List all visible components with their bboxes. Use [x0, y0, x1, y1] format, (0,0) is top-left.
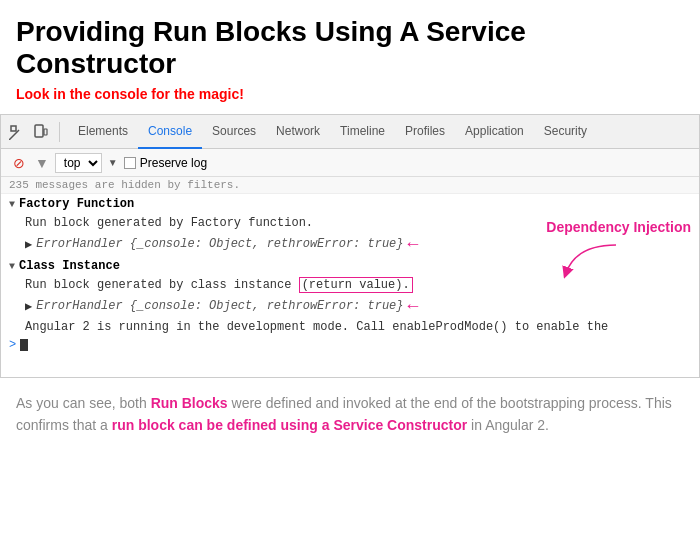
error-handler-text-class: ErrorHandler {_console: Object, rethrowE… — [36, 299, 403, 313]
angular-line: Angular 2 is running in the development … — [1, 318, 699, 336]
tab-security[interactable]: Security — [534, 115, 597, 149]
group-arrow-class: ▼ — [9, 261, 15, 272]
filter-icon: ▼ — [35, 155, 49, 171]
run-blocks-bold: Run Blocks — [151, 395, 228, 411]
tab-console[interactable]: Console — [138, 115, 202, 149]
bottom-text-end: in Angular 2. — [467, 417, 549, 433]
error-handler-arrow-class: ▶ — [25, 299, 32, 314]
console-filter-bar: ⊘ ▼ top ▼ Preserve log — [1, 149, 699, 177]
svg-rect-2 — [35, 125, 43, 137]
preserve-log-label: Preserve log — [140, 156, 207, 170]
factory-function-group-header[interactable]: ▼ Factory Function — [1, 194, 699, 214]
return-value-highlight: (return value). — [299, 277, 413, 293]
console-info-line: 235 messages are hidden by filters. — [1, 177, 699, 194]
tab-network[interactable]: Network — [266, 115, 330, 149]
exclamation: ! — [239, 86, 244, 102]
class-instance-label: Class Instance — [19, 259, 120, 273]
tab-sources[interactable]: Sources — [202, 115, 266, 149]
preserve-log-group: Preserve log — [124, 156, 207, 170]
class-error-handler: ▶ ErrorHandler {_console: Object, rethro… — [1, 294, 699, 318]
filter-arrow-icon: ▼ — [108, 157, 118, 168]
console-input-line[interactable]: > — [1, 336, 699, 354]
clear-console-icon[interactable]: ⊘ — [9, 153, 29, 173]
group-arrow-factory: ▼ — [9, 199, 15, 210]
factory-function-label: Factory Function — [19, 197, 134, 211]
dependency-injection-annotation: Dependency Injection — [546, 219, 691, 294]
tab-application[interactable]: Application — [455, 115, 534, 149]
dependency-injection-arrow-svg — [546, 235, 626, 290]
error-handler-text-factory: ErrorHandler {_console: Object, rethrowE… — [36, 237, 403, 251]
devtools-toolbar: Elements Console Sources Network Timelin… — [1, 115, 699, 149]
pink-arrow-class: ← — [408, 296, 419, 316]
page-title: Providing Run Blocks Using A Service Con… — [0, 0, 700, 86]
console-cursor — [20, 339, 28, 351]
run-block-inline: run block can be defined using a Service… — [112, 417, 468, 433]
tab-elements[interactable]: Elements — [68, 115, 138, 149]
subtitle: Look in the console for the magic! — [0, 86, 700, 114]
preserve-log-checkbox[interactable] — [124, 157, 136, 169]
tab-timeline[interactable]: Timeline — [330, 115, 395, 149]
devtools-icon-group — [7, 122, 60, 142]
console-prompt: > — [9, 338, 16, 352]
svg-rect-3 — [44, 129, 47, 135]
devtools-tabs: Elements Console Sources Network Timelin… — [68, 115, 693, 149]
bottom-text-start: As you can see, both — [16, 395, 151, 411]
console-outer: 235 messages are hidden by filters. ▼ Fa… — [1, 177, 699, 377]
devtools-panel: Elements Console Sources Network Timelin… — [0, 114, 700, 378]
tab-profiles[interactable]: Profiles — [395, 115, 455, 149]
error-handler-arrow-factory: ▶ — [25, 237, 32, 252]
pink-arrow-factory: ← — [408, 234, 419, 254]
device-icon[interactable] — [31, 122, 51, 142]
inspect-icon[interactable] — [7, 122, 27, 142]
dependency-injection-label: Dependency Injection — [546, 219, 691, 235]
context-select[interactable]: top — [55, 153, 102, 173]
bottom-paragraph: As you can see, both Run Blocks were def… — [0, 378, 700, 447]
svg-rect-0 — [11, 126, 16, 131]
